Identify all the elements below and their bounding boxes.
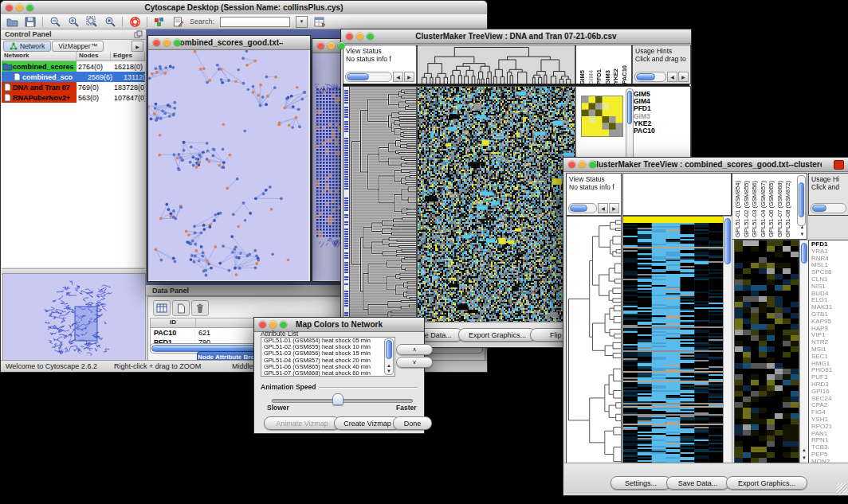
close-icon[interactable] (6, 4, 13, 11)
close-icon[interactable] (568, 161, 575, 168)
annotation-icon[interactable] (171, 16, 184, 28)
treeview2-title-bar[interactable]: ClusterMaker TreeView : combined_scores_… (563, 158, 848, 172)
scroll-down-icon[interactable]: ▼ (385, 368, 393, 374)
scroll-left-icon[interactable]: ◀ (598, 203, 608, 213)
zoom-window-icon[interactable] (338, 42, 345, 49)
tv1-export-graphics-button[interactable]: Export Graphics... (458, 328, 536, 342)
tv2-column-label[interactable]: GPL51-07 (GSM868) (776, 181, 785, 237)
minimize-icon[interactable] (269, 321, 277, 328)
tv2-column-label[interactable]: GPL51-06 (GSM865) (768, 181, 776, 237)
delete-attribute-icon[interactable] (191, 300, 209, 316)
tab-network[interactable]: Network (3, 41, 51, 52)
col-header-network[interactable]: Network (2, 52, 77, 61)
tv1-similarity-matrix-canvas[interactable] (581, 96, 623, 137)
tv1-column-label[interactable]: YKE2 (612, 68, 621, 84)
animate-vizmap-button[interactable]: Animate Vizmap (264, 416, 340, 430)
tv1-column-dendrogram-canvas[interactable] (418, 45, 575, 84)
tv1-status-scrollbar[interactable] (345, 72, 392, 82)
new-attribute-icon[interactable] (172, 300, 190, 316)
tv1-column-label[interactable]: GIM5 (579, 70, 587, 84)
tv2-column-label[interactable]: GPL51-04 (GSM857) (760, 181, 768, 237)
attribute-list[interactable]: GPL51-01 (GSM854) heat shock 05 minGPL51… (261, 337, 395, 377)
save-icon[interactable] (24, 16, 37, 28)
create-vizmap-button[interactable]: Create Vizmap (334, 416, 401, 430)
minimize-icon[interactable] (328, 42, 335, 49)
tv2-column-label[interactable]: GPL51-08 (GSM872) (784, 181, 793, 237)
tab-overflow-icon[interactable]: ▶ (132, 41, 143, 52)
close-icon[interactable] (346, 33, 353, 40)
main-title-bar[interactable]: Cytoscape Desktop (Session Name: collins… (1, 1, 487, 15)
birdseye-canvas[interactable] (3, 274, 143, 358)
tv2-column-label[interactable]: GPL51-03 (GSM856) (751, 181, 760, 237)
tv1-column-label[interactable]: PFD1 (595, 69, 604, 84)
zoom-selected-icon[interactable] (104, 16, 116, 28)
attribute-list-scrollbar[interactable]: ▲ ▼ (384, 338, 394, 375)
minimize-icon[interactable] (16, 4, 23, 11)
tv2-gene-dendrogram-canvas[interactable] (567, 217, 621, 470)
done-button[interactable]: Done (393, 416, 432, 430)
network-row[interactable]: DNA and Tran 07 769(0) 183728(0) (2, 82, 145, 92)
vizmapper-icon[interactable] (153, 16, 166, 28)
minimize-icon[interactable] (356, 33, 363, 40)
tv2-heatmap-canvas[interactable] (623, 217, 723, 470)
close-icon[interactable] (259, 321, 266, 328)
tv2-column-label[interactable]: GPL51-02 (GSM855) (743, 181, 752, 237)
animation-speed-slider-thumb[interactable] (332, 393, 344, 405)
scroll-left-icon[interactable]: ◀ (393, 72, 403, 82)
network-row[interactable]: combined_scores 2764(0) 16218(0) (2, 61, 145, 72)
network1-title-bar[interactable]: combined_scores_good.txt--cluste... (148, 36, 310, 50)
scroll-right-icon[interactable]: ▶ (609, 203, 619, 213)
minimize-icon[interactable] (163, 39, 171, 46)
attribute-list-item[interactable]: GPL51-07 (GSM868) heat shock 60 min (264, 370, 395, 377)
tv2-save-data-button[interactable]: Save Data... (666, 476, 729, 490)
help-lifering-icon[interactable] (128, 16, 141, 28)
tv2-settings-button[interactable]: Settings... (610, 476, 671, 490)
scroll-left-icon[interactable]: ◀ (667, 72, 677, 82)
tv1-row-label[interactable]: PAC10 (634, 127, 655, 135)
tv2-export-graphics-button[interactable]: Export Graphics... (726, 476, 807, 490)
tv1-row-dendrogram-canvas[interactable] (350, 87, 416, 322)
col-header-edges[interactable]: Edges (111, 52, 145, 61)
select-attributes-icon[interactable] (153, 300, 171, 316)
tv1-hints-scrollbar[interactable] (634, 72, 666, 82)
tv1-column-label[interactable]: GIM3 (604, 70, 613, 84)
tv2-heatmap-vscrollbar[interactable] (723, 216, 732, 471)
scroll-right-icon[interactable]: ▶ (678, 72, 689, 82)
scroll-right-icon[interactable]: ▶ (404, 72, 414, 82)
network-row[interactable]: RNAPuberNov2+ 563(0) 107847(0) (2, 92, 145, 103)
tv2-hints-scrollbar[interactable] (811, 203, 846, 213)
col-header-id[interactable]: ID (151, 318, 196, 327)
tv1-column-label[interactable]: GIM4 (587, 70, 596, 84)
search-dropdown-icon[interactable]: ▼ (296, 16, 308, 28)
float-panel-icon[interactable] (134, 30, 143, 38)
attribute-browser-icon[interactable] (313, 16, 326, 28)
tv2-detail-heatmap-canvas[interactable] (735, 240, 799, 470)
zoom-window-icon[interactable] (280, 321, 287, 328)
network-row[interactable]: combined_sco 2569(6) 13112(15) (2, 72, 145, 82)
zoom-window-icon[interactable] (367, 33, 374, 40)
zoom-fit-icon[interactable] (85, 16, 98, 28)
resize-grip[interactable] (837, 483, 847, 494)
tv2-column-label[interactable]: GPL51-01 (GSM854) (734, 181, 743, 237)
network1-canvas[interactable] (148, 50, 308, 280)
minimize-icon[interactable] (579, 161, 586, 168)
scroll-up-icon[interactable]: ▲ (800, 447, 808, 452)
close-icon[interactable] (317, 42, 324, 49)
tv1-heatmap-canvas[interactable] (418, 87, 575, 322)
zoom-window-icon[interactable] (174, 39, 181, 46)
col-header-nodes[interactable]: Nodes (77, 52, 111, 61)
scroll-down-icon[interactable]: ▼ (800, 455, 808, 460)
open-file-icon[interactable] (6, 16, 18, 28)
zoom-out-icon[interactable] (49, 16, 61, 28)
move-down-button[interactable]: ∨ (396, 357, 433, 368)
tab-vizmapper[interactable]: VizMapper™ (52, 41, 104, 52)
tv2-collabel-scrollbar[interactable] (797, 175, 806, 226)
tv2-status-scrollbar[interactable] (568, 203, 597, 213)
move-up-button[interactable]: ∧ (396, 344, 433, 355)
scroll-down-icon[interactable]: ▼ (799, 232, 806, 236)
zoom-window-icon[interactable] (26, 4, 33, 11)
tv1-column-label[interactable]: PAC10 (621, 65, 630, 84)
zoom-window-icon[interactable] (589, 161, 596, 168)
search-input[interactable] (220, 17, 290, 27)
close-icon[interactable] (153, 39, 160, 46)
